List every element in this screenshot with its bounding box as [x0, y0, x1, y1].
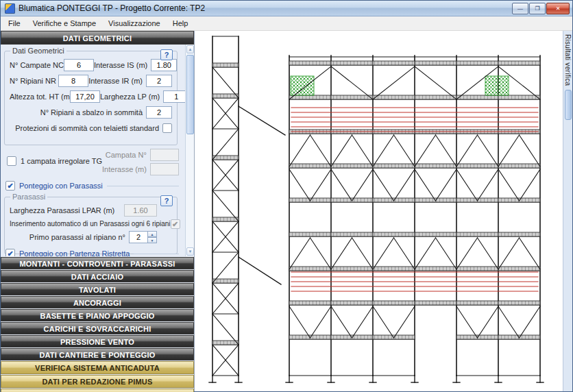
- app-window: Blumatica PONTEGGI TP - Progetto Corrent…: [0, 0, 573, 392]
- partenza-toggle-row: Ponteggio con Partenza Ristretta: [5, 248, 179, 256]
- irregolare-label: 1 campata irregolare TG: [21, 157, 102, 165]
- sbalzo-label: N° Ripiani a sbalzo in sommità: [40, 108, 143, 117]
- parasassi-group-title: Parasassi: [10, 193, 47, 201]
- interasse-m-label: Interasse (m): [102, 165, 147, 173]
- left-panel: DATI GEOMETRICI Dati Geometrici ? N° Cam…: [1, 31, 195, 391]
- sbalzo-input[interactable]: [146, 106, 172, 119]
- larghezza-parasassi-label: Larghezza Parasassi LPAR (m): [10, 206, 114, 215]
- ripiani-input[interactable]: [58, 75, 88, 87]
- section-header-dati-acciaio[interactable]: DATI ACCIAIO: [1, 270, 194, 282]
- scroll-up-icon[interactable]: ▲: [186, 45, 194, 53]
- minimize-button[interactable]: —: [512, 3, 528, 14]
- section-header-basette[interactable]: BASETTE E PIANO APPOGGIO: [1, 309, 194, 321]
- interasse-is-input[interactable]: [151, 59, 177, 71]
- campata-n-input: [150, 149, 179, 161]
- primo-parasassi-input[interactable]: [129, 231, 148, 243]
- interasse-is-label: Interasse IS (m): [94, 61, 147, 69]
- section-header-tavolati[interactable]: TAVOLATI: [1, 283, 194, 295]
- parasassi-groupbox: Parasassi ? Larghezza Parasassi LPAR (m)…: [4, 197, 178, 254]
- altezza-label: Altezza tot. HT (m): [10, 93, 70, 101]
- dati-geometrici-groupbox: Dati Geometrici ? N° Campate NC Interass…: [4, 51, 178, 145]
- campata-irregolare-block: 1 campata irregolare TG Campata N° Inter…: [5, 147, 178, 176]
- stepper-up-icon[interactable]: ▲: [148, 231, 157, 237]
- menu-verifiche-e-stampe[interactable]: Verifiche e Stampe: [27, 17, 102, 29]
- larghezza-label: Larghezza LP (m): [100, 93, 160, 101]
- parasassi-toggle-row: Ponteggio con Parasassi: [5, 180, 179, 191]
- results-tab[interactable]: Risultati verifica: [564, 31, 572, 86]
- scrollbar-thumb[interactable]: [186, 55, 194, 134]
- scaffold-drawing: [195, 31, 554, 391]
- interasse-ir-label: Interasse IR (m): [88, 77, 143, 85]
- separator-line: [107, 186, 179, 186]
- auto-parasassi-checkbox: [171, 219, 180, 229]
- dati-geometrici-panel: Dati Geometrici ? N° Campate NC Interass…: [1, 45, 194, 256]
- larghezza-parasassi-input: [124, 204, 157, 217]
- help-button-parasassi[interactable]: ?: [160, 195, 173, 206]
- menu-file[interactable]: File: [2, 17, 27, 29]
- protezioni-label: Protezioni di sommità con telaietti stan…: [15, 124, 159, 132]
- menu-visualizzazione[interactable]: Visualizzazione: [102, 17, 167, 29]
- maximize-button[interactable]: ❐: [529, 3, 546, 14]
- primo-parasassi-label: Primo parasassi al ripiano n°: [29, 233, 125, 241]
- help-button-geometry[interactable]: ?: [160, 49, 173, 60]
- ripiani-label: N° Ripiani NR: [10, 77, 58, 85]
- interasse-ir-input[interactable]: [146, 75, 172, 87]
- parasassi-toggle-label: Ponteggio con Parasassi: [19, 182, 103, 190]
- separator-line: [134, 254, 179, 254]
- interasse-m-input: [150, 163, 179, 175]
- stepper-down-icon[interactable]: ▼: [148, 237, 157, 243]
- groupbox-title: Dati Geometrici: [10, 47, 66, 55]
- menubar: File Verifiche e Stampe Visualizzazione …: [1, 16, 572, 31]
- close-button[interactable]: ✕: [546, 3, 570, 14]
- right-tab-strip: Risultati verifica: [563, 31, 572, 391]
- parasassi-checkbox[interactable]: [5, 181, 15, 191]
- main-area: DATI GEOMETRICI Dati Geometrici ? N° Cam…: [1, 31, 572, 391]
- section-header-dati-geometrici[interactable]: DATI GEOMETRICI: [1, 31, 194, 45]
- scroll-down-icon[interactable]: ▼: [186, 247, 194, 256]
- auto-parasassi-label: Inserimento automatico di un Parasassi o…: [10, 220, 171, 228]
- right-scrollbar-thumb[interactable]: [565, 90, 572, 120]
- section-header-ancoraggi[interactable]: ANCORAGGI: [1, 296, 194, 308]
- partenza-checkbox[interactable]: [5, 249, 15, 256]
- drawing-area: [195, 31, 563, 391]
- protezioni-checkbox[interactable]: [162, 123, 172, 133]
- section-header-scariche-atmosferiche[interactable]: PROTEZIONE SCARICHE ATMOSFERICHE: [1, 389, 194, 392]
- campate-input[interactable]: [64, 59, 94, 71]
- section-header-montanti[interactable]: MONTANTI - CONTROVENTI - PARASASSI: [1, 257, 194, 269]
- irregolare-checkbox[interactable]: [7, 156, 16, 166]
- app-icon: [5, 3, 15, 14]
- window-title: Blumatica PONTEGGI TP - Progetto Corrent…: [19, 3, 512, 13]
- altezza-input[interactable]: [70, 90, 100, 103]
- campate-label: N° Campate NC: [10, 61, 64, 69]
- section-header-pressione-vento[interactable]: PRESSIONE VENTO: [1, 335, 194, 347]
- titlebar: Blumatica PONTEGGI TP - Progetto Corrent…: [1, 1, 572, 16]
- panel-scrollbar[interactable]: ▲ ▼: [185, 45, 194, 256]
- partenza-toggle-label: Ponteggio con Partenza Ristretta: [19, 249, 130, 256]
- primo-parasassi-stepper[interactable]: ▲ ▼: [129, 231, 157, 243]
- section-header-dati-cantiere[interactable]: DATI CANTIERE E PONTEGGIO: [1, 348, 194, 360]
- section-header-pimus[interactable]: DATI PER REDAZIONE PIMUS: [1, 375, 194, 388]
- section-header-verifica-anticaduta[interactable]: VERIFICA SISTEMA ANTICADUTA: [1, 361, 194, 374]
- section-header-carichi[interactable]: CARICHI E SOVRACCARICHI: [1, 322, 194, 334]
- campata-n-label: Campata N°: [106, 151, 147, 159]
- menu-help[interactable]: Help: [167, 17, 195, 29]
